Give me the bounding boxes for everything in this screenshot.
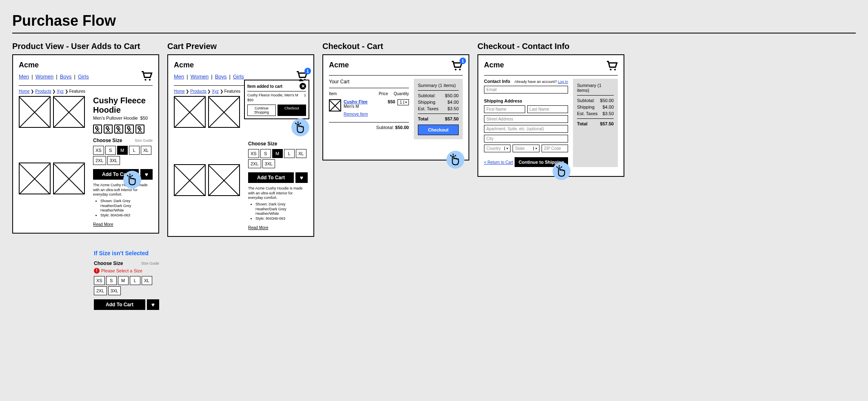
subtotal-label: Subtotal: [376, 125, 394, 130]
nav-girls[interactable]: Girls [233, 74, 244, 80]
quantity-select[interactable]: 1▾ [397, 99, 409, 105]
nav-men[interactable]: Men [174, 74, 184, 80]
crumb-products[interactable]: Products [190, 89, 206, 94]
remove-item-link[interactable]: Remove Item [344, 112, 368, 116]
product-image[interactable] [19, 163, 51, 194]
favorite-button[interactable]: ♥ [140, 169, 153, 180]
cart-item-variant: Men's M [344, 104, 385, 109]
product-image[interactable] [19, 96, 51, 128]
nav-boys[interactable]: Boys [60, 74, 72, 80]
cart-icon[interactable]: 1 [451, 61, 463, 72]
size-l[interactable]: L [129, 146, 140, 155]
crumb-xyz[interactable]: Xyz [57, 89, 64, 94]
last-name-field[interactable]: Last Name [527, 105, 568, 113]
image-icon[interactable] [93, 125, 102, 134]
size-s[interactable]: S [105, 146, 116, 155]
zip-field[interactable]: ZIP Code [542, 145, 568, 152]
order-summary: Summary (1 items) Subtotal:$50.00 Shippi… [573, 79, 618, 167]
crumb-xyz[interactable]: Xyz [212, 89, 219, 94]
apt-field[interactable]: Apartment, Suite, etc. (optional) [484, 125, 568, 133]
favorite-button[interactable]: ♥ [295, 172, 308, 183]
crumb-home[interactable]: Home [174, 89, 185, 94]
size-2xl[interactable]: 2XL [94, 286, 107, 295]
size-3xl[interactable]: 3XL [262, 159, 275, 168]
size-xl[interactable]: XL [142, 276, 152, 285]
add-to-cart-button[interactable]: Add To Cart [94, 299, 145, 310]
nav-boys[interactable]: Boys [215, 74, 227, 80]
panel-title-checkout-cart: Checkout - Cart [322, 42, 469, 51]
product-image[interactable] [53, 96, 85, 128]
cart-icon[interactable] [606, 61, 618, 72]
size-2xl[interactable]: 2XL [93, 156, 106, 165]
cart-item-thumb[interactable] [329, 99, 341, 111]
product-image[interactable] [53, 163, 85, 194]
image-icon[interactable] [104, 125, 113, 134]
login-prompt: Already have an account? Log In [514, 80, 568, 84]
size-l[interactable]: L [130, 276, 140, 285]
size-2xl[interactable]: 2XL [248, 159, 261, 168]
image-icon[interactable] [114, 125, 123, 134]
size-xl[interactable]: XL [296, 149, 306, 158]
product-image[interactable] [174, 164, 206, 196]
svg-point-5 [459, 69, 461, 70]
close-icon[interactable]: ✕ [300, 83, 306, 89]
first-name-field[interactable]: First Name [484, 105, 525, 113]
email-field[interactable]: Email [484, 86, 568, 94]
size-l[interactable]: L [284, 149, 295, 158]
size-xl[interactable]: XL [141, 146, 151, 155]
product-image[interactable] [208, 96, 240, 128]
size-xs[interactable]: XS [93, 146, 104, 155]
crumb-current: Features [224, 89, 240, 94]
street-field[interactable]: Street Address [484, 115, 568, 123]
col-quantity: Quantity [394, 91, 409, 96]
city-field[interactable]: City [484, 135, 568, 143]
size-xs[interactable]: XS [248, 149, 259, 158]
size-m[interactable]: M [272, 149, 283, 158]
state-select[interactable]: State▾ [513, 145, 539, 152]
image-icon[interactable] [135, 125, 144, 134]
nav-girls[interactable]: Girls [78, 74, 89, 80]
nav-women[interactable]: Women [36, 74, 54, 80]
size-3xl[interactable]: 3XL [108, 286, 121, 295]
cart-icon[interactable] [141, 71, 153, 82]
checkout-button[interactable]: Checkout [418, 125, 459, 135]
contact-info-heading: Contact Info [484, 79, 510, 84]
substate-title: If Size isn't Selected [94, 250, 159, 256]
read-more-link[interactable]: Read More [248, 225, 268, 230]
login-link[interactable]: Log In [558, 80, 568, 84]
country-select[interactable]: Country▾ [484, 145, 511, 152]
page-divider [12, 33, 856, 33]
popover-item-name: Cushy Fleece Hoodie, Men's M [247, 93, 298, 97]
read-more-link[interactable]: Read More [93, 222, 113, 227]
svg-point-4 [455, 69, 456, 70]
image-icon[interactable] [125, 125, 134, 134]
continue-shopping-button[interactable]: Continue Shopping [247, 105, 276, 116]
crumb-products[interactable]: Products [35, 89, 51, 94]
choose-size-label: Choose Size [94, 261, 123, 266]
svg-point-7 [614, 69, 616, 70]
cart-item-row: Cushy Flee Men's M Remove Item $50 1▾ [329, 99, 409, 116]
size-m[interactable]: M [117, 146, 128, 155]
size-s[interactable]: S [106, 276, 117, 285]
nav-women[interactable]: Women [191, 74, 209, 80]
size-m[interactable]: M [118, 276, 129, 285]
checkout-button[interactable]: Checkout [277, 105, 306, 116]
size-xs[interactable]: XS [94, 276, 105, 285]
cart-item-price: $50 [388, 99, 395, 104]
add-to-cart-button[interactable]: Add To Cart [248, 172, 294, 183]
size-guide-link[interactable]: Size Guide [141, 261, 159, 265]
nav-links: Men| Women| Boys| Girls [19, 74, 89, 80]
return-to-cart-link[interactable]: < Return to Cart [484, 160, 513, 165]
crumb-home[interactable]: Home [19, 89, 30, 94]
favorite-button[interactable]: ♥ [147, 299, 159, 310]
product-subtitle: Men's Pullover Hoodie $50 [93, 116, 153, 120]
nav-men[interactable]: Men [19, 74, 29, 80]
popover-item-price: $50 [247, 98, 306, 102]
cart-item-name-link[interactable]: Cushy Flee [344, 99, 368, 104]
popover-item-qty: 1 [304, 93, 306, 97]
product-image[interactable] [174, 96, 206, 128]
size-3xl[interactable]: 3XL [107, 156, 120, 165]
product-image[interactable] [208, 164, 240, 196]
size-guide-link[interactable]: Size Guide [135, 138, 153, 143]
size-s[interactable]: S [260, 149, 271, 158]
